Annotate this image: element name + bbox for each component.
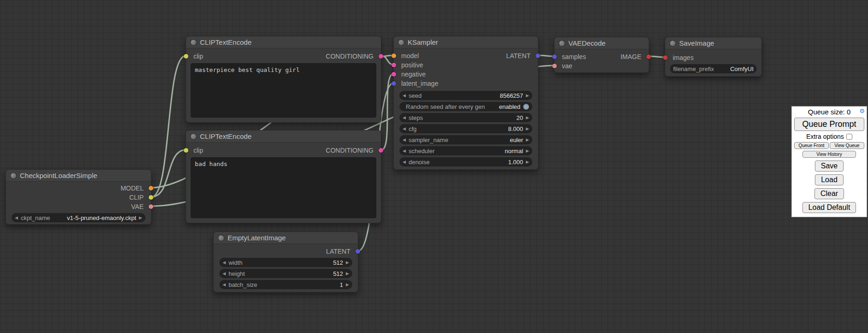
arrow-left-icon[interactable]: ◀: [223, 269, 226, 278]
widget-scheduler[interactable]: ◀ scheduler normal ▶: [399, 146, 532, 155]
arrow-right-icon[interactable]: ▶: [346, 269, 349, 278]
widget-width[interactable]: ◀ width 512 ▶: [219, 258, 352, 267]
input-dot-model[interactable]: [392, 54, 396, 58]
widget-value: 512: [333, 270, 343, 277]
node-title-bar[interactable]: SaveImage: [665, 37, 761, 49]
widget-denoise[interactable]: ◀ denoise 1.000 ▶: [399, 157, 532, 166]
input-dot-clip[interactable]: [184, 148, 188, 153]
input-label-samples: samples: [562, 53, 586, 60]
collapse-icon[interactable]: [191, 134, 196, 139]
widget-filename-prefix[interactable]: filename_prefix ComfyUI: [670, 64, 757, 73]
queue-size-label: Queue size: 0: [808, 108, 851, 116]
output-dot-latent[interactable]: [356, 249, 360, 254]
input-dot-images[interactable]: [663, 55, 668, 60]
node-title: VAEDecode: [568, 39, 606, 47]
arrow-left-icon[interactable]: ◀: [403, 135, 406, 144]
collapse-icon[interactable]: [670, 41, 675, 46]
collapse-icon[interactable]: [559, 41, 565, 46]
queue-front-button[interactable]: Queue Front: [794, 142, 829, 149]
save-button[interactable]: Save: [815, 161, 844, 172]
view-history-button[interactable]: View History: [802, 151, 856, 158]
node-checkpoint-loader[interactable]: CheckpointLoaderSimple MODEL CLIP VAE: [6, 169, 151, 225]
input-dot-latent-image[interactable]: [392, 81, 396, 86]
wire-negative-conditioning: [381, 74, 393, 150]
arrow-left-icon[interactable]: ◀: [223, 258, 226, 267]
arrow-right-icon[interactable]: ▶: [526, 91, 529, 100]
output-dot-conditioning[interactable]: [379, 148, 383, 153]
widget-height[interactable]: ◀ height 512 ▶: [219, 269, 352, 278]
node-clip-text-encode-negative[interactable]: CLIPTextEncode clip CONDITIONING bad han…: [186, 130, 381, 223]
output-dot-vae[interactable]: [149, 204, 153, 209]
input-dot-positive[interactable]: [392, 63, 396, 67]
node-title-bar[interactable]: VAEDecode: [555, 37, 649, 49]
output-dot-model[interactable]: [149, 186, 153, 190]
arrow-left-icon[interactable]: ◀: [403, 113, 406, 122]
widget-label: Random seed after every gen: [406, 103, 485, 110]
widget-value: 1.000: [508, 159, 524, 166]
input-dot-clip[interactable]: [184, 54, 188, 59]
widget-random-seed-toggle[interactable]: Random seed after every gen enabled: [399, 102, 532, 111]
widget-sampler-name[interactable]: ◀ sampler_name euler ▶: [399, 135, 532, 144]
extra-options-checkbox[interactable]: [846, 134, 852, 140]
node-empty-latent-image[interactable]: EmptyLatentImage LATENT ◀ width 512 ▶ ◀ …: [213, 232, 358, 292]
arrow-left-icon[interactable]: ◀: [403, 146, 406, 155]
arrow-right-icon[interactable]: ▶: [526, 146, 529, 155]
widget-cfg[interactable]: ◀ cfg 8.000 ▶: [399, 124, 532, 133]
clear-button[interactable]: Clear: [814, 188, 844, 199]
output-label-model: MODEL: [121, 184, 144, 192]
widget-label: seed: [409, 92, 422, 99]
negative-prompt-textarea[interactable]: bad hands: [191, 157, 376, 218]
collapse-icon[interactable]: [191, 40, 196, 45]
widget-label: sampler_name: [409, 137, 448, 143]
node-save-image[interactable]: SaveImage images filename_prefix ComfyUI: [665, 37, 762, 77]
output-dot-conditioning[interactable]: [379, 54, 383, 59]
input-label-positive: positive: [401, 61, 423, 69]
settings-gear-icon[interactable]: ⚙: [859, 107, 865, 114]
arrow-right-icon[interactable]: ▶: [346, 280, 349, 289]
node-title-bar[interactable]: CLIPTextEncode: [186, 36, 381, 48]
collapse-icon[interactable]: [11, 173, 16, 178]
widget-steps[interactable]: ◀ steps 20 ▶: [399, 113, 532, 122]
load-default-button[interactable]: Load Default: [802, 202, 856, 213]
node-title-bar[interactable]: EmptyLatentImage: [214, 232, 358, 244]
arrow-left-icon[interactable]: ◀: [15, 213, 18, 222]
node-title-bar[interactable]: KSampler: [394, 36, 538, 48]
input-dot-vae[interactable]: [552, 64, 557, 68]
node-graph-canvas[interactable]: CheckpointLoaderSimple MODEL CLIP VAE: [0, 0, 868, 333]
queue-prompt-button[interactable]: Queue Prompt: [794, 118, 864, 131]
widget-value: 8.000: [508, 125, 524, 132]
extra-options-label: Extra options: [806, 133, 844, 140]
node-clip-text-encode-positive[interactable]: CLIPTextEncode clip CONDITIONING masterp…: [186, 36, 381, 123]
output-dot-latent[interactable]: [536, 54, 540, 58]
collapse-icon[interactable]: [398, 40, 404, 45]
arrow-left-icon[interactable]: ◀: [403, 157, 406, 166]
input-dot-negative[interactable]: [392, 72, 396, 77]
toggle-knob-icon[interactable]: [523, 104, 529, 110]
widget-seed[interactable]: ◀ seed 8566257 ▶: [399, 91, 532, 100]
arrow-right-icon[interactable]: ▶: [526, 135, 529, 144]
input-label-model: model: [401, 52, 419, 59]
widget-ckpt-name[interactable]: ◀ ckpt_name v1-5-pruned-emaonly.ckpt ▶: [12, 213, 145, 222]
positive-prompt-textarea[interactable]: masterpiece best quality girl: [191, 63, 376, 118]
node-title-bar[interactable]: CheckpointLoaderSimple: [6, 170, 151, 182]
arrow-left-icon[interactable]: ◀: [223, 280, 226, 289]
arrow-right-icon[interactable]: ▶: [526, 124, 529, 133]
wire-image-to-saveimage: [649, 56, 665, 57]
output-dot-image[interactable]: [646, 54, 651, 59]
widget-batch-size[interactable]: ◀ batch_size 1 ▶: [219, 280, 352, 289]
arrow-right-icon[interactable]: ▶: [346, 258, 349, 267]
collapse-icon[interactable]: [218, 235, 224, 241]
arrow-right-icon[interactable]: ▶: [526, 113, 529, 122]
node-vae-decode[interactable]: VAEDecode samples IMAGE vae: [554, 37, 649, 73]
output-dot-clip[interactable]: [149, 195, 153, 200]
arrow-right-icon[interactable]: ▶: [139, 213, 142, 222]
node-title-bar[interactable]: CLIPTextEncode: [186, 131, 381, 143]
arrow-right-icon[interactable]: ▶: [526, 157, 529, 166]
arrow-left-icon[interactable]: ◀: [403, 124, 406, 133]
arrow-left-icon[interactable]: ◀: [403, 91, 406, 100]
view-queue-button[interactable]: View Queue: [830, 142, 864, 149]
node-ksampler[interactable]: KSampler model LATENT positive: [393, 36, 538, 170]
slot-row: vae: [555, 61, 649, 71]
load-button[interactable]: Load: [815, 174, 844, 185]
input-dot-samples[interactable]: [552, 54, 557, 59]
